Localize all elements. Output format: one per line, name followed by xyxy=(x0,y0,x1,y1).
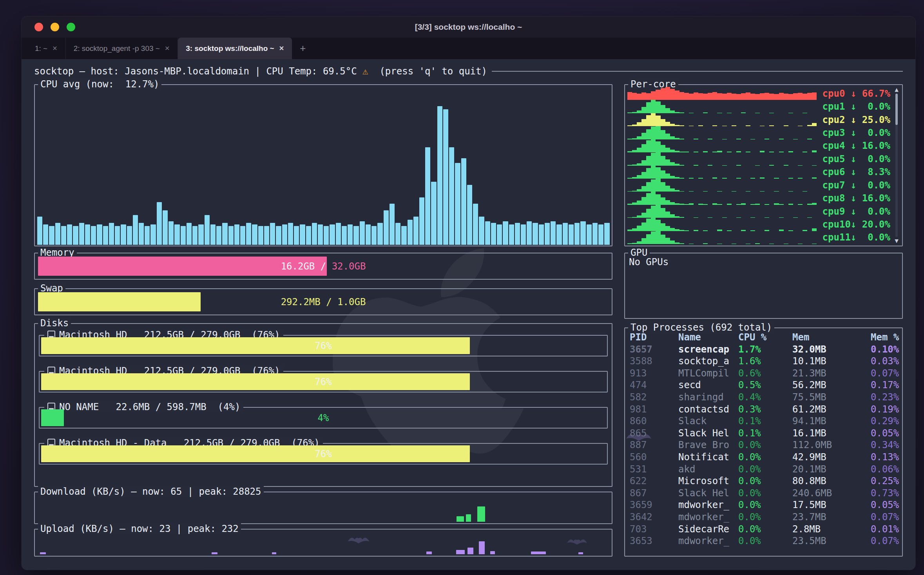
core-history-bar xyxy=(679,92,684,100)
process-column-header: Mem % xyxy=(871,331,900,344)
process-mem-pct: 0.23% xyxy=(871,391,900,403)
cpu-history-bar xyxy=(437,106,442,245)
tab-1[interactable]: 1: ~✕ xyxy=(27,38,66,59)
core-history-bar xyxy=(708,93,712,100)
cpu-history-bar xyxy=(545,223,550,245)
process-name: contactsd xyxy=(678,403,738,416)
core-history-bar xyxy=(651,100,656,113)
process-pid: 3657 xyxy=(630,344,678,356)
swap-panel: Swap 292.2MB / 1.0GB xyxy=(34,288,612,315)
core-history-bar xyxy=(769,94,774,100)
process-cpu: 1.6% xyxy=(738,355,792,367)
scroll-down-icon[interactable]: ▼ xyxy=(895,237,899,245)
process-mem: 240.6MB xyxy=(792,487,871,499)
cpu-history-bar xyxy=(587,224,592,245)
tab-close-icon[interactable]: ✕ xyxy=(52,45,57,52)
tab-2[interactable]: 2: socktop_agent -p 303 ~✕ xyxy=(66,38,178,59)
window-titlebar[interactable]: [3/3] socktop ws://localho ~ xyxy=(22,16,915,38)
process-mem-pct: 0.25% xyxy=(871,475,900,487)
process-pid: 860 xyxy=(630,415,678,427)
core-row: cpu3 ↓ 0.0% xyxy=(627,126,890,139)
core-history-bar xyxy=(665,238,670,244)
scrollbar-track[interactable] xyxy=(895,94,898,237)
core-history-bar xyxy=(665,122,670,126)
process-cpu: 0.0% xyxy=(738,523,792,535)
process-row: 3588socktop_a1.6%10.1MB0.03% xyxy=(627,355,900,367)
net-history-bar xyxy=(531,551,546,554)
cpu-history-bar xyxy=(49,226,54,245)
process-row: 622Microsoft0.0%80.8MB0.25% xyxy=(627,475,900,487)
process-name: mdworker_ xyxy=(678,535,738,547)
process-cpu: 0.0% xyxy=(738,451,792,463)
process-mem: 61.2MB xyxy=(792,403,871,416)
swap-gauge-label: 292.2MB / 1.0GB xyxy=(38,292,609,311)
core-history-bar xyxy=(651,179,656,192)
tab-label: 2: socktop_agent -p 303 ~ xyxy=(74,44,160,53)
core-history-bar xyxy=(670,188,675,192)
process-mem-pct: 0.07% xyxy=(871,511,900,523)
core-history-bar xyxy=(689,244,694,244)
disk-usage-gauge: 4% xyxy=(41,409,605,426)
process-cpu: 0.0% xyxy=(738,499,792,511)
net-history-bar xyxy=(477,506,485,522)
quit-hint-text: (press 'q' to quit) xyxy=(368,66,487,77)
process-mem-pct: 0.10% xyxy=(871,344,900,356)
new-tab-button[interactable]: + xyxy=(292,38,313,59)
close-window-button[interactable] xyxy=(34,23,43,31)
process-mem-pct: 0.19% xyxy=(871,403,900,416)
core-history-bar xyxy=(651,192,656,204)
disk-gauge-label: 4% xyxy=(41,409,605,426)
scrollbar-thumb[interactable] xyxy=(895,94,898,125)
cpu-history-bar xyxy=(598,224,603,245)
cpu-history-bar xyxy=(240,226,245,245)
tab-3[interactable]: 3: socktop ws://localho ~✕ xyxy=(178,38,292,59)
cpu-history-bar xyxy=(408,220,413,245)
minimize-window-button[interactable] xyxy=(51,23,59,31)
process-mem: 56.2MB xyxy=(792,379,871,391)
core-history-sparkline xyxy=(627,139,817,152)
core-history-bar xyxy=(732,94,736,100)
cpu-history-bar xyxy=(300,224,305,245)
percore-scrollbar[interactable]: ▲ ▼ xyxy=(892,86,901,245)
core-history-bar xyxy=(679,243,684,244)
core-history-bar xyxy=(703,243,708,244)
core-row: cpu7 ↓ 0.0% xyxy=(627,179,890,192)
process-pid: 865 xyxy=(630,427,678,439)
core-history-bar xyxy=(651,113,656,126)
terminal-body[interactable]: socktop — host: Jasons-MBP.localdomain |… xyxy=(22,59,915,570)
tab-close-icon[interactable]: ✕ xyxy=(165,45,170,52)
cpu-history-bar xyxy=(216,226,221,245)
core-history-bar xyxy=(798,244,803,244)
cpu-history-bar xyxy=(401,226,406,245)
process-mem: 94.1MB xyxy=(792,415,871,427)
core-history-bar xyxy=(661,130,665,139)
core-history-bar xyxy=(641,222,646,231)
core-row: cpu1 ↓ 0.0% xyxy=(627,100,890,113)
host-and-temp-text: socktop — host: Jasons-MBP.localdomain |… xyxy=(34,66,362,77)
core-usage-label: cpu3 ↓ 0.0% xyxy=(817,127,890,138)
core-history-bar xyxy=(627,92,632,100)
tab-close-icon[interactable]: ✕ xyxy=(279,45,284,52)
per-core-rows: cpu0 ↓ 66.7%cpu1 ↓ 0.0%cpu2 ↓ 25.0%cpu3 … xyxy=(627,87,890,244)
process-name: Microsoft xyxy=(678,475,738,487)
cpu-history-bar xyxy=(192,226,197,245)
cpu-history-bar xyxy=(73,226,78,245)
disks-panel-title: Disks xyxy=(38,317,71,329)
core-history-bar xyxy=(651,166,656,179)
cpu-history-bar xyxy=(97,224,102,245)
process-mem: 75.5MB xyxy=(792,391,871,403)
cpu-history-bar xyxy=(258,226,263,245)
scroll-up-icon[interactable]: ▲ xyxy=(895,86,899,94)
zoom-window-button[interactable] xyxy=(67,23,75,31)
cpu-history-bar xyxy=(360,221,365,245)
cpu-history-bar xyxy=(515,223,520,245)
cpu-history-bar xyxy=(390,204,395,245)
cpu-history-bar xyxy=(288,223,293,245)
net-history-bar xyxy=(466,514,471,522)
process-mem: 32.0MB xyxy=(792,344,871,356)
upload-panel: Upload (KB/s) — now: 23 | peak: 232 xyxy=(34,529,612,557)
status-line: socktop — host: Jasons-MBP.localdomain |… xyxy=(34,65,903,78)
core-history-sparkline xyxy=(627,218,817,231)
core-history-bar xyxy=(717,93,722,100)
net-history-bar xyxy=(578,552,583,554)
